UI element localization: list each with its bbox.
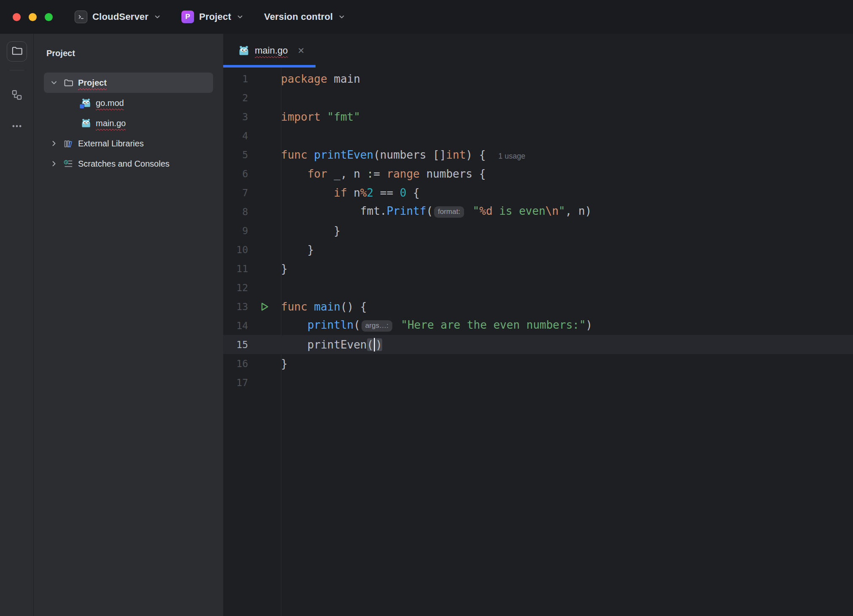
structure-tool-button[interactable] (7, 86, 27, 106)
go-file-icon (238, 45, 249, 56)
line-number[interactable]: 10 (223, 244, 248, 255)
line-number[interactable]: 11 (223, 263, 248, 274)
project-tree: Project go.mod main.go (34, 73, 223, 174)
code-text: import "fmt" (281, 111, 360, 123)
line-number[interactable]: 6 (223, 168, 248, 179)
project-panel: Project Project go.mod (34, 34, 223, 616)
ide-window: CloudServer P Project Version control (0, 0, 853, 616)
line-number[interactable]: 5 (223, 149, 248, 160)
code-text: } (281, 262, 288, 275)
project-badge-icon: P (181, 11, 194, 23)
go-mod-file-icon (81, 98, 92, 108)
project-tool-button[interactable] (7, 41, 27, 62)
inlay-hint: format: (434, 206, 464, 218)
code-line-14[interactable]: 14 println(args…: "Here are the even num… (223, 316, 853, 335)
more-icon (11, 121, 22, 133)
code-line-7[interactable]: 7 if n%2 == 0 { (223, 183, 853, 202)
external-libraries-icon (63, 139, 74, 148)
line-number[interactable]: 4 (223, 130, 248, 141)
module-badge (79, 104, 84, 109)
code-line-4[interactable]: 4 (223, 126, 853, 145)
code-text: package main (281, 73, 360, 85)
code-line-15[interactable]: 15 printEven() (223, 335, 853, 354)
code-text: printEven() (281, 338, 382, 351)
tree-item-scratches[interactable]: Scratches and Consoles (34, 154, 223, 174)
tree-item-project[interactable]: Project (44, 73, 213, 93)
tree-item-label: main.go (96, 119, 126, 128)
tool-window-rail (0, 34, 34, 616)
chevron-down-icon (338, 13, 346, 21)
code-text: fmt.Printf(format: "%d is even\n", n) (281, 205, 591, 219)
code-text: } (281, 224, 340, 237)
chevron-right-icon[interactable] (49, 159, 59, 168)
project-menu-label: Project (199, 11, 231, 22)
code-line-11[interactable]: 11} (223, 259, 853, 278)
tree-item-label: External Libraries (78, 139, 144, 149)
cloudserver-menu[interactable]: CloudServer (75, 11, 161, 23)
project-menu[interactable]: P Project (181, 11, 244, 23)
editor-tab-bar: main.go ✕ (223, 34, 853, 68)
minimize-window-button[interactable] (29, 13, 37, 21)
line-number[interactable]: 16 (223, 358, 248, 369)
zoom-window-button[interactable] (45, 13, 53, 21)
code-line-12[interactable]: 12 (223, 278, 853, 297)
line-number[interactable]: 12 (223, 282, 248, 293)
code-line-17[interactable]: 17 (223, 373, 853, 392)
line-number[interactable]: 3 (223, 111, 248, 122)
tab-label: main.go (255, 45, 288, 56)
text-caret (374, 338, 375, 351)
usages-hint[interactable]: 1 usage (498, 152, 525, 160)
code-line-9[interactable]: 9 } (223, 221, 853, 240)
chevron-down-icon (154, 13, 161, 21)
cloudserver-label: CloudServer (92, 11, 148, 22)
chevron-right-icon[interactable] (49, 139, 59, 148)
project-panel-title: Project (34, 34, 223, 73)
more-tools-button[interactable] (7, 117, 27, 137)
folder-icon (63, 78, 74, 87)
window-controls (13, 13, 53, 21)
code-text: for _, n := range numbers { (281, 168, 486, 180)
code-line-2[interactable]: 2 (223, 88, 853, 107)
line-number[interactable]: 8 (223, 206, 248, 217)
close-tab-icon[interactable]: ✕ (297, 46, 305, 56)
code-line-8[interactable]: 8 fmt.Printf(format: "%d is even\n", n) (223, 202, 853, 221)
tree-item-main-go[interactable]: main.go (34, 113, 223, 133)
titlebar-menus: CloudServer P Project Version control (75, 11, 346, 23)
line-number[interactable]: 1 (223, 73, 248, 84)
line-number[interactable]: 17 (223, 377, 248, 388)
version-control-menu[interactable]: Version control (264, 11, 346, 22)
tree-item-external-libraries[interactable]: External Libraries (34, 133, 223, 154)
cloudserver-icon (75, 11, 87, 23)
run-main-icon[interactable] (248, 302, 281, 312)
scratches-icon (63, 159, 74, 168)
code-line-1[interactable]: 1package main (223, 69, 853, 88)
tab-main-go[interactable]: main.go ✕ (223, 34, 316, 68)
titlebar: CloudServer P Project Version control (0, 0, 853, 34)
editor-area: main.go ✕ 1package main23import "fmt"45f… (223, 34, 853, 616)
line-number[interactable]: 2 (223, 92, 248, 103)
line-number[interactable]: 9 (223, 225, 248, 236)
tree-item-go-mod[interactable]: go.mod (34, 93, 223, 113)
line-number[interactable]: 13 (223, 301, 248, 312)
code-lines: 1package main23import "fmt"45func printE… (223, 68, 853, 616)
code-line-10[interactable]: 10 } (223, 240, 853, 259)
code-line-16[interactable]: 16} (223, 354, 853, 373)
inlay-hint: args…: (362, 320, 392, 332)
tree-item-label: go.mod (96, 98, 124, 108)
tree-item-label: Scratches and Consoles (78, 159, 170, 169)
line-number[interactable]: 7 (223, 187, 248, 198)
chevron-down-icon[interactable] (49, 78, 59, 87)
folder-icon (11, 45, 22, 58)
code-line-3[interactable]: 3import "fmt" (223, 107, 853, 126)
line-number[interactable]: 15 (223, 339, 248, 350)
code-line-5[interactable]: 5func printEven(numbers []int) {1 usage (223, 145, 853, 164)
code-line-13[interactable]: 13func main() { (223, 297, 853, 316)
code-line-6[interactable]: 6 for _, n := range numbers { (223, 164, 853, 183)
rail-divider (10, 70, 24, 70)
close-window-button[interactable] (13, 13, 21, 21)
structure-icon (11, 89, 22, 102)
line-number[interactable]: 14 (223, 320, 248, 331)
code-text: } (281, 357, 288, 370)
code-text: println(args…: "Here are the even number… (281, 319, 592, 332)
go-file-icon (81, 118, 92, 128)
